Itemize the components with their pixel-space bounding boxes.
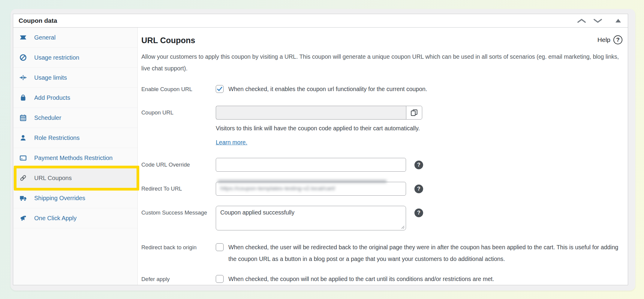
tab-label: Usage restriction [34,54,79,61]
usage-limits-icon [19,74,27,81]
field-row-custom-success-message: Custom Success Message Coupon applied su… [141,206,622,230]
field-label: Redirect back to origin [141,241,216,253]
coupon-url-input[interactable] [216,106,406,120]
field-label: Enable Coupon URL [141,83,216,95]
tab-general[interactable]: General [13,28,137,48]
panel-description: Allow your customers to apply this coupo… [141,51,622,74]
metabox-header: Coupon data [13,14,628,28]
tab-scheduler[interactable]: Scheduler [13,108,137,128]
checkmark-icon [217,87,222,91]
field-row-redirect-to-url: Redirect To URL https://coupon-templates… [141,182,622,196]
tab-label: URL Coupons [34,175,72,182]
coupon-url-note: Visitors to this link will have the coup… [216,123,622,134]
field-label: Code URL Override [141,158,216,172]
tab-add-products[interactable]: Add Products [13,88,137,108]
copy-icon [411,109,418,116]
checkbox-label-text[interactable]: When checked, the coupon will not be app… [228,273,494,285]
tab-label: General [34,34,56,41]
redirect-to-url-input[interactable]: https://coupon-templates-testing-v2.loca… [216,182,406,196]
enable-coupon-url-checkbox[interactable] [216,85,224,93]
user-icon [19,134,27,142]
move-up-button[interactable] [577,17,586,24]
tab-label: Usage limits [34,74,67,81]
tab-label: Shipping Overrides [34,195,85,202]
chevron-down-icon [593,18,602,23]
tab-label: Role Restrictions [34,135,80,141]
credit-card-icon [19,154,27,162]
checkbox-label-text[interactable]: When checked, the user will be redirecte… [228,241,622,265]
metabox-body: General Usage restriction Usage limits [13,28,628,285]
field-row-redirect-back-to-origin: Redirect back to origin When checked, th… [141,241,622,265]
bag-icon [19,94,27,102]
field-row-defer-apply: Defer apply When checked, the coupon wil… [141,273,622,285]
tab-one-click-apply[interactable]: One Click Apply [13,208,137,228]
url-coupons-panel: URL Coupons Help ? Allow your customers … [138,28,628,285]
tab-label: Payment Methods Restriction [34,155,113,161]
redirect-back-checkbox[interactable] [216,243,224,251]
calendar-icon [19,114,27,122]
help-link[interactable]: Help ? [597,35,622,44]
metabox-title: Coupon data [19,17,57,24]
custom-success-message-textarea[interactable]: Coupon applied successfully [216,206,406,230]
redirect-to-url-value: https://coupon-templates-testing-v2.loca… [220,185,335,192]
field-row-enable-coupon-url: Enable Coupon URL When checked, it enabl… [141,83,622,95]
truck-icon [19,194,27,202]
tab-label: Scheduler [34,114,61,121]
ban-icon [19,54,27,61]
field-label: Coupon URL [141,106,216,120]
checkbox-label-text[interactable]: When checked, it enables the coupon url … [228,83,427,95]
tab-payment-methods-restriction[interactable]: Payment Methods Restriction [13,148,137,168]
copy-url-button[interactable] [406,106,422,120]
redirect-to-help-icon[interactable]: ? [414,185,423,193]
field-label: Defer apply [141,273,216,285]
code-override-help-icon[interactable]: ? [414,161,423,169]
tab-usage-restriction[interactable]: Usage restriction [13,48,137,68]
tab-label: One Click Apply [34,215,77,222]
tab-usage-limits[interactable]: Usage limits [13,68,137,88]
metabox-controls [577,17,623,24]
tab-role-restrictions[interactable]: Role Restrictions [13,128,137,148]
field-label: Redirect To URL [141,182,216,196]
link-icon [19,174,27,182]
field-row-coupon-url: Coupon URL Visitors to this link will ha… [141,106,622,148]
defer-apply-checkbox[interactable] [216,275,224,283]
admin-page-frame: Coupon data Genera [11,9,635,291]
help-label: Help [597,36,610,43]
field-row-code-url-override: Code URL Override ? [141,158,622,172]
code-url-override-input[interactable] [216,158,406,172]
tab-shipping-overrides[interactable]: Shipping Overrides [13,188,137,208]
tab-url-coupons[interactable]: URL Coupons [13,168,137,188]
field-label: Custom Success Message [141,206,216,220]
ticket-icon [19,34,27,41]
success-message-help-icon[interactable]: ? [414,209,423,217]
toggle-panel-button[interactable] [613,17,623,24]
triangle-up-icon [615,19,621,22]
move-down-button[interactable] [593,17,603,24]
chevron-up-icon [577,18,586,23]
coupon-data-metabox: Coupon data Genera [13,14,628,285]
tab-label: Add Products [34,94,70,101]
redaction-blur [218,180,387,183]
megaphone-icon [19,214,27,222]
panel-title: URL Coupons [141,35,195,46]
help-question-icon: ? [613,35,622,44]
coupon-tabs-nav: General Usage restriction Usage limits [13,28,138,285]
learn-more-link[interactable]: Learn more. [216,137,247,148]
